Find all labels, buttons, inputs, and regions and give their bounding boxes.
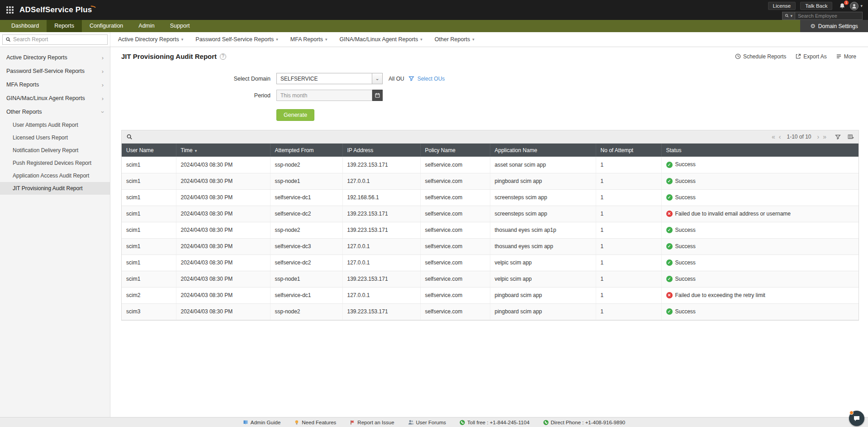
- ou-filter-icon[interactable]: [408, 76, 414, 82]
- talkback-button[interactable]: Talk Back: [800, 2, 832, 10]
- sidebar-group-active-directory-reports[interactable]: Active Directory Reports›: [0, 51, 110, 64]
- sidebar-group-gina-mac-linux-agent-reports[interactable]: GINA/Mac/Linux Agent Reports›: [0, 91, 110, 105]
- table-row[interactable]: scim1 2024/04/03 08:30 PM selfservice-dc…: [122, 189, 859, 206]
- apps-grid-icon[interactable]: [6, 6, 14, 14]
- table-row[interactable]: scim1 2024/04/03 08:30 PM selfservice-dc…: [122, 254, 859, 271]
- select-ous-link[interactable]: Select OUs: [417, 76, 445, 82]
- cell-policy-name: selfservice.com: [420, 222, 490, 238]
- column-header-time[interactable]: Time▾: [176, 144, 270, 157]
- footer-link-label: User Forums: [416, 420, 446, 425]
- sidebar-item-licensed-users-report[interactable]: Licensed Users Report: [0, 131, 110, 144]
- footer-link-admin-guide[interactable]: Admin Guide: [243, 420, 280, 425]
- schedule-reports-button[interactable]: Schedule Reports: [735, 53, 786, 60]
- column-header-ip-address[interactable]: IP Address: [342, 144, 420, 157]
- subnav-menu-active-directory-reports[interactable]: Active Directory Reports▾: [118, 36, 183, 43]
- chat-widget-button[interactable]: [849, 411, 864, 426]
- sidebar-item-notification-delivery-report[interactable]: Notification Delivery Report: [0, 144, 110, 157]
- footer-link-direct-phone[interactable]: Direct Phone : +1-408-916-9890: [543, 420, 626, 425]
- footer-link-label: Direct Phone : +1-408-916-9890: [551, 420, 626, 425]
- sidebar-group-other-reports[interactable]: Other Reports›: [0, 105, 110, 119]
- calendar-button[interactable]: [372, 90, 383, 101]
- footer-link-user-forums[interactable]: User Forums: [408, 419, 446, 425]
- tab-support[interactable]: Support: [162, 20, 198, 32]
- cell-ip-address: 127.0.0.1: [342, 173, 420, 189]
- table-row[interactable]: scim1 2024/04/03 08:30 PM selfservice-dc…: [122, 206, 859, 222]
- subnav-menu-other-reports[interactable]: Other Reports▾: [435, 36, 474, 43]
- tab-reports[interactable]: Reports: [47, 20, 82, 32]
- column-header-policy-name[interactable]: Policy Name: [420, 144, 490, 157]
- sidebar-item-user-attempts-audit-report[interactable]: User Attempts Audit Report: [0, 119, 110, 131]
- table-search-icon[interactable]: [126, 134, 133, 140]
- employee-search: ▾: [782, 12, 863, 20]
- export-as-button[interactable]: Export As: [795, 53, 826, 60]
- table-row[interactable]: scim1 2024/04/03 08:30 PM ssp-node1 127.…: [122, 173, 859, 189]
- cell-user-name: scim1: [122, 271, 176, 287]
- filter-icon[interactable]: [835, 134, 841, 140]
- table-row[interactable]: scim1 2024/04/03 08:30 PM ssp-node1 139.…: [122, 271, 859, 287]
- column-header-no-of-attempt[interactable]: No of Attempt: [596, 144, 661, 157]
- more-icon: [836, 53, 842, 59]
- sidebar-item-label: Licensed Users Report: [13, 134, 68, 141]
- period-input[interactable]: [276, 90, 372, 101]
- sidebar-item-application-access-audit-report[interactable]: Application Access Audit Report: [0, 169, 110, 182]
- more-button[interactable]: More: [836, 53, 856, 60]
- tab-admin[interactable]: Admin: [131, 20, 162, 32]
- report-search-input[interactable]: [13, 36, 104, 43]
- column-header-attempted-from[interactable]: Attempted From: [270, 144, 342, 157]
- cell-status: ✓Success: [661, 189, 859, 206]
- employee-search-scope-button[interactable]: ▾: [782, 12, 795, 20]
- column-header-status[interactable]: Status: [661, 144, 859, 157]
- last-page-button[interactable]: »: [821, 133, 828, 140]
- license-button[interactable]: License: [768, 2, 796, 10]
- help-icon[interactable]: ?: [220, 53, 226, 60]
- subnav-menu-mfa-reports[interactable]: MFA Reports▾: [290, 36, 327, 43]
- cell-ip-address: 127.0.0.1: [342, 254, 420, 271]
- user-menu-button[interactable]: ▾: [850, 2, 863, 10]
- table-row[interactable]: scim3 2024/04/03 08:30 PM ssp-node2 139.…: [122, 303, 859, 320]
- column-header-application-name[interactable]: Application Name: [490, 144, 596, 157]
- first-page-button[interactable]: «: [770, 133, 777, 140]
- sort-caret-icon: ▾: [195, 149, 197, 153]
- generate-button[interactable]: Generate: [276, 109, 314, 121]
- subnav-menu-gina-mac-linux-agent-reports[interactable]: GINA/Mac/Linux Agent Reports▾: [340, 36, 422, 43]
- footer-link-need-features[interactable]: Need Features: [294, 420, 336, 425]
- employee-search-input[interactable]: [795, 12, 863, 20]
- sidebar-group-password-self-service-reports[interactable]: Password Self-Service Reports›: [0, 64, 110, 78]
- subnav-menu-label: GINA/Mac/Linux Agent Reports: [340, 36, 418, 43]
- main-content: JIT Provisioning Audit Report ? Schedule…: [110, 47, 868, 417]
- sidebar-item-label: Application Access Audit Report: [13, 173, 89, 179]
- table-row[interactable]: scim1 2024/04/03 08:30 PM ssp-node2 139.…: [122, 157, 859, 173]
- table-row[interactable]: scim1 2024/04/03 08:30 PM selfservice-dc…: [122, 238, 859, 254]
- domain-settings-label: Domain Settings: [818, 23, 858, 29]
- prev-page-button[interactable]: ‹: [777, 133, 783, 140]
- footer-link-report-an-issue[interactable]: Report an Issue: [350, 420, 394, 425]
- domain-settings-button[interactable]: ⚙ Domain Settings: [800, 20, 868, 32]
- tab-configuration[interactable]: Configuration: [82, 20, 131, 32]
- column-header-user-name[interactable]: User Name: [122, 144, 176, 157]
- cell-ip-address: 139.223.153.171: [342, 206, 420, 222]
- notifications-button[interactable]: 1: [839, 3, 845, 9]
- export-icon: [795, 53, 801, 59]
- cell-no-of-attempt: 1: [596, 189, 661, 206]
- column-chooser-icon[interactable]: [848, 134, 854, 140]
- tab-dashboard[interactable]: Dashboard: [4, 20, 47, 32]
- action-label: More: [844, 53, 856, 60]
- subnav-menu-password-self-service-reports[interactable]: Password Self-Service Reports▾: [195, 36, 278, 43]
- cell-application-name: thosuand eyes scim app: [490, 238, 596, 254]
- footer-link-label: Need Features: [302, 420, 336, 425]
- table-row[interactable]: scim2 2024/04/03 08:30 PM selfservice-dc…: [122, 287, 859, 303]
- next-page-button[interactable]: ›: [816, 133, 821, 140]
- table-row[interactable]: scim1 2024/04/03 08:30 PM ssp-node2 139.…: [122, 222, 859, 238]
- chevron-icon: ›: [102, 68, 104, 75]
- footer-link-toll-free[interactable]: Toll free : +1-844-245-1104: [460, 420, 530, 425]
- domain-select[interactable]: SELFSERVICE ⌄: [276, 73, 383, 84]
- sidebar-item-push-registered-devices-report[interactable]: Push Registered Devices Report: [0, 157, 110, 169]
- status-text: Success: [675, 308, 696, 315]
- cell-ip-address: 139.223.153.171: [342, 222, 420, 238]
- status-text: Success: [675, 194, 696, 201]
- cell-status: ✓Success: [661, 222, 859, 238]
- sidebar-item-jit-provisioning-audit-report[interactable]: JIT Provisioning Audit Report: [0, 182, 110, 195]
- app-logo: ADSelfService Plus: [19, 5, 96, 14]
- sidebar-group-mfa-reports[interactable]: MFA Reports›: [0, 78, 110, 91]
- column-header-label: IP Address: [347, 147, 374, 154]
